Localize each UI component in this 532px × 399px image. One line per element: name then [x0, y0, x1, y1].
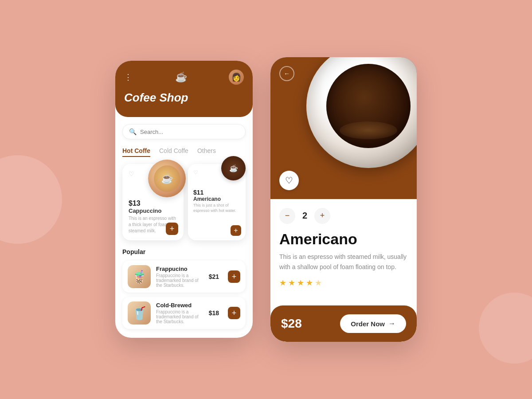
cold-brewed-name: Cold-Brewed [156, 302, 203, 309]
phone2: ← ♡ − 2 + Americano This is an espresso … [270, 57, 417, 342]
quantity-minus-button[interactable]: − [279, 208, 295, 224]
cappuccino-add-button[interactable]: + [166, 223, 178, 235]
quantity-plus-button[interactable]: + [314, 208, 330, 224]
americano-cup-icon: ☕ [229, 164, 238, 172]
search-bar[interactable]: 🔍 [122, 124, 246, 139]
americano-card: ☕ ♡ $11 Americano This is just a shot of… [188, 164, 246, 240]
arrow-right-icon: → [388, 320, 395, 328]
americano-image: ☕ [221, 156, 246, 180]
phone2-top: ← ♡ [270, 57, 417, 199]
tab-others[interactable]: Others [197, 147, 216, 157]
star-4: ★ [306, 278, 313, 288]
phone1-header: ⋮ ☕ 👩 Cofee Shop [115, 61, 253, 117]
top-bar: ⋮ ☕ 👩 [124, 70, 244, 85]
cold-brewed-item: 🥤 Cold-Brewed Frappuccino is a trademark… [122, 297, 246, 329]
search-icon: 🔍 [129, 128, 137, 135]
phone1-body: 🔍 Hot Coffe Cold Coffe Others ♡ ☕ [115, 117, 253, 338]
popular-section-title: Popular [122, 248, 246, 255]
phone2-body: − 2 + Americano This is an espresso with… [270, 199, 417, 305]
search-input[interactable] [140, 129, 239, 135]
quantity-value: 2 [302, 211, 307, 221]
phone1: ⋮ ☕ 👩 Cofee Shop 🔍 Hot Coffe Cold Coffe … [115, 61, 253, 338]
tabs: Hot Coffe Cold Coffe Others [122, 147, 246, 157]
avatar-emoji: 👩 [231, 72, 241, 82]
cappuccino-latte-art: ☕ [161, 173, 173, 184]
americano-price: $11 [193, 189, 240, 196]
frappucino-add-button[interactable]: + [228, 270, 240, 283]
back-button[interactable]: ← [279, 66, 294, 81]
cold-brewed-price: $18 [209, 309, 219, 317]
cold-brewed-image: 🥤 [128, 301, 151, 325]
order-now-label: Order Now [351, 320, 385, 328]
phone2-footer: $28 Order Now → [270, 305, 417, 342]
cards-row: ♡ ☕ $13 Cappuccino This is an espresso w… [122, 164, 246, 240]
coffee-dark-center [326, 64, 411, 148]
detail-price: $28 [281, 317, 302, 331]
cold-brewed-emoji: 🥤 [132, 306, 147, 321]
star-3: ★ [297, 278, 304, 288]
americano-name: Americano [193, 196, 240, 202]
cappuccino-card: ♡ ☕ $13 Cappuccino This is an espresso w… [122, 164, 184, 240]
avatar[interactable]: 👩 [229, 70, 244, 85]
frappucino-name: Frappucino [156, 266, 203, 272]
star-2: ★ [288, 278, 295, 288]
frappucino-info: Frappucino Frappuccino is a trademarked … [156, 266, 203, 288]
popular-list: 🧋 Frappucino Frappuccino is a trademarke… [122, 261, 246, 329]
coffee-detail-image [306, 57, 417, 168]
stars-row: ★ ★ ★ ★ ★ [279, 278, 408, 288]
cold-brewed-desc: Frappuccino is a trademarked brand of th… [156, 309, 203, 324]
frappucino-desc: Frappuccino is a trademarked brand of th… [156, 273, 203, 288]
cold-brewed-add-button[interactable]: + [228, 307, 240, 319]
star-1: ★ [279, 278, 286, 288]
coffee-foam [340, 121, 397, 139]
cold-brewed-info: Cold-Brewed Frappuccino is a trademarked… [156, 302, 203, 324]
frappucino-emoji: 🧋 [132, 270, 147, 284]
cappuccino-price: $13 [129, 200, 177, 207]
tab-hot-coffee[interactable]: Hot Coffe [122, 147, 150, 157]
americano-add-button[interactable]: + [231, 225, 241, 236]
bg-blob-left [0, 155, 62, 244]
cappuccino-inner-circle: ☕ [154, 165, 180, 192]
coffee-cup-icon: ☕ [175, 71, 187, 83]
frappucino-price: $21 [209, 273, 219, 280]
quantity-row: − 2 + [279, 208, 408, 224]
frappucino-image: 🧋 [128, 265, 151, 288]
star-5: ★ [315, 278, 322, 288]
bg-blob-right [479, 293, 532, 364]
tab-cold-coffee[interactable]: Cold Coffe [159, 147, 188, 157]
product-detail-description: This is an espresso with steamed milk, u… [279, 252, 408, 272]
menu-dots-icon[interactable]: ⋮ [124, 72, 133, 82]
detail-heart-button[interactable]: ♡ [279, 171, 299, 190]
product-detail-name: Americano [279, 231, 408, 247]
frappucino-item: 🧋 Frappucino Frappuccino is a trademarke… [122, 261, 246, 293]
order-now-button[interactable]: Order Now → [340, 314, 406, 333]
cappuccino-image: ☕ [148, 160, 186, 197]
cappuccino-name: Cappuccino [129, 207, 177, 214]
phones-container: ⋮ ☕ 👩 Cofee Shop 🔍 Hot Coffe Cold Coffe … [115, 57, 417, 342]
americano-desc: This is just a shot of espresso with hot… [193, 203, 240, 213]
shop-title: Cofee Shop [124, 91, 244, 105]
